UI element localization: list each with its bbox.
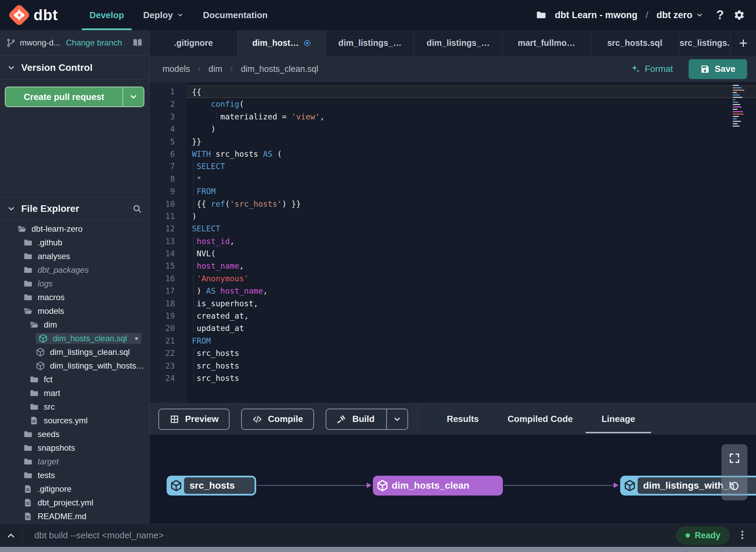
breadcrumb-item[interactable]: dim	[209, 64, 222, 74]
code-line[interactable]: FROM	[186, 335, 756, 347]
preview-button[interactable]: Preview	[158, 409, 230, 430]
reset-view-icon[interactable]	[728, 480, 741, 492]
file-explorer-header[interactable]: File Explorer	[0, 197, 149, 221]
code-line[interactable]: is_superhost,	[186, 297, 756, 310]
help-icon[interactable]: ?	[716, 8, 724, 22]
file-tree-item[interactable]: dbt_packages	[0, 263, 149, 277]
breadcrumb-item[interactable]: dim_hosts_clean.sql	[241, 64, 318, 74]
lineage-canvas[interactable]: src_hostsdim_hosts_cleandim_listings_wit…	[149, 435, 756, 524]
environment-selector[interactable]: dbt zero	[656, 10, 703, 21]
code-line[interactable]: materialized = 'view',	[186, 111, 756, 123]
dbt-cloud-ide: dbt DevelopDeployDocumentation dbt Learn…	[0, 0, 756, 552]
editor-tab[interactable]: src_listings.	[679, 30, 730, 56]
horizontal-scrollbar[interactable]	[0, 547, 756, 552]
search-icon[interactable]	[132, 204, 142, 214]
fullscreen-icon[interactable]	[728, 452, 741, 464]
compile-label: Compile	[268, 414, 303, 424]
file-tree-item[interactable]: seeds	[0, 427, 149, 441]
build-button[interactable]: Build	[326, 409, 408, 430]
file-tree-item[interactable]: tests	[0, 468, 149, 482]
minimap-mark	[733, 102, 738, 103]
line-number: 11	[149, 210, 186, 222]
code-line[interactable]: updated_at	[186, 322, 756, 334]
code-line[interactable]: src_hosts	[186, 360, 756, 372]
code-line[interactable]: src_hosts	[186, 347, 756, 359]
code-line[interactable]: config(	[186, 98, 756, 110]
format-button[interactable]: Format	[630, 64, 673, 74]
editor-tab[interactable]: mart_fullmo…	[503, 30, 591, 56]
file-tree-item[interactable]: models	[0, 304, 149, 318]
panel-tab-compiled-code[interactable]: Compiled Code	[497, 403, 583, 435]
code-line[interactable]: SELECT	[186, 160, 756, 172]
code-line[interactable]: WITH src_hosts AS (	[186, 148, 756, 160]
code-line[interactable]: }}	[186, 136, 756, 148]
file-tree-item[interactable]: macros	[0, 291, 149, 304]
compile-button[interactable]: Compile	[241, 409, 314, 430]
editor-tab[interactable]: dim_listings_…	[414, 30, 503, 56]
code-line[interactable]: {{ ref('src_hosts') }}	[186, 198, 756, 210]
code-line[interactable]: 'Anonymous'	[186, 272, 756, 285]
nav-item-documentation[interactable]: Documentation	[193, 0, 277, 30]
save-button[interactable]: Save	[689, 59, 747, 79]
editor-tab[interactable]: src_hosts.sql	[591, 30, 679, 56]
code-line[interactable]: created_at,	[186, 310, 756, 322]
editor-tab[interactable]: .gitignore	[149, 30, 238, 56]
code-line[interactable]: )	[186, 123, 756, 135]
code-line[interactable]: {{	[186, 86, 756, 98]
file-tree-item[interactable]: dim_hosts_clean.sql	[0, 332, 149, 345]
file-tree-item[interactable]: target	[0, 455, 149, 468]
code-line[interactable]: SELECT	[186, 222, 756, 235]
file-tree-item[interactable]: mart	[0, 386, 149, 400]
code-line[interactable]: host_id,	[186, 235, 756, 247]
version-control-header[interactable]: Version Control	[0, 56, 149, 80]
project-name[interactable]: dbt Learn - mwong	[555, 10, 637, 21]
file-tree-item[interactable]: dbt_project.yml	[0, 496, 149, 510]
panel-tab-lineage[interactable]: Lineage	[591, 403, 645, 435]
code-line[interactable]: ) AS host_name,	[186, 285, 756, 297]
file-tree-item[interactable]: logs	[0, 277, 149, 291]
code-token: 'view'	[291, 112, 320, 121]
indent-guide	[193, 311, 194, 321]
pr-dropdown-caret[interactable]	[122, 87, 144, 106]
lineage-node-src_hosts[interactable]: src_hosts	[167, 476, 256, 496]
file-tree-item[interactable]: dim_listings_with_hosts…	[0, 359, 149, 373]
code-line[interactable]: src_hosts	[186, 372, 756, 384]
file-tree-item[interactable]: src	[0, 400, 149, 414]
code-line[interactable]: )	[186, 210, 756, 222]
create-pull-request-label[interactable]: Create pull request	[5, 87, 122, 106]
kebab-menu-icon[interactable]	[737, 529, 748, 542]
code-line[interactable]: *	[186, 173, 756, 185]
build-dropdown-caret[interactable]	[386, 409, 407, 429]
file-tree-item[interactable]: dbt-learn-zero	[0, 222, 149, 236]
breadcrumb-item[interactable]: models	[162, 64, 190, 74]
editor-tab[interactable]: dim_listings_…	[326, 30, 414, 56]
panel-tab-results[interactable]: Results	[436, 403, 489, 435]
file-tree-item[interactable]: .github	[0, 236, 149, 249]
docs-book-icon[interactable]	[132, 37, 143, 48]
editor-tab[interactable]: dim_host…	[238, 30, 326, 56]
file-tree-item[interactable]: README.md	[0, 510, 149, 523]
file-tree-item[interactable]: .gitignore	[0, 482, 149, 496]
code-editor[interactable]: 123456789101112131415161718192021222324 …	[149, 82, 756, 403]
file-tree-item[interactable]: sources.yml	[0, 414, 149, 427]
lineage-node-dim_hosts_clean[interactable]: dim_hosts_clean	[373, 476, 503, 496]
gear-icon[interactable]	[733, 9, 745, 21]
file-tree-item[interactable]: fct	[0, 373, 149, 386]
nav-item-develop[interactable]: Develop	[80, 0, 133, 30]
code-line[interactable]: host_name,	[186, 260, 756, 272]
code-line[interactable]: NVL(	[186, 247, 756, 260]
nav-item-deploy[interactable]: Deploy	[134, 0, 194, 30]
file-tree-item[interactable]: dim	[0, 318, 149, 332]
new-tab-button[interactable]	[730, 30, 756, 56]
dbt-logo[interactable]: dbt	[9, 5, 58, 25]
command-input[interactable]: dbt build --select <model_name>	[34, 530, 164, 541]
minimap[interactable]	[733, 85, 752, 128]
create-pull-request-button[interactable]: Create pull request	[5, 87, 144, 107]
code-line[interactable]: FROM	[186, 185, 756, 197]
change-branch-link[interactable]: Change branch	[66, 38, 122, 48]
collapse-panel-button[interactable]	[0, 524, 22, 547]
code-area[interactable]: {{ config( materialized = 'view', )}}WIT…	[186, 82, 756, 403]
file-tree-item[interactable]: analyses	[0, 249, 149, 263]
file-tree-item[interactable]: dim_listings_clean.sql	[0, 345, 149, 359]
file-tree-item[interactable]: snapshots	[0, 441, 149, 455]
